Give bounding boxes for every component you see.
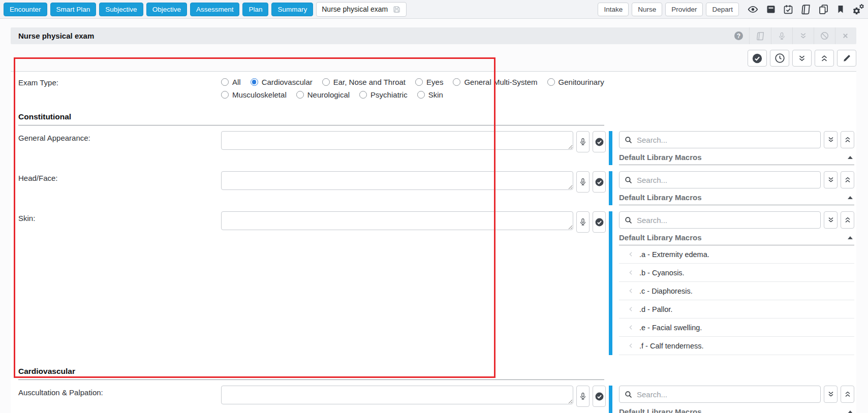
ban-icon[interactable]	[814, 27, 835, 44]
expand-macros-button[interactable]	[824, 171, 838, 188]
confirm-button[interactable]	[593, 211, 606, 233]
nav-button-plan[interactable]: Plan	[242, 3, 268, 16]
calendar-check-icon[interactable]	[783, 4, 793, 15]
panel-actions	[11, 44, 856, 71]
radio-circle[interactable]	[322, 78, 330, 86]
dictate-button[interactable]	[576, 211, 590, 233]
collapse-macros-button[interactable]	[841, 211, 854, 229]
macro-item[interactable]: .e - Facial swelling.	[619, 319, 854, 337]
radio-circle[interactable]	[221, 91, 229, 99]
note-textarea[interactable]	[221, 386, 573, 404]
close-icon[interactable]	[835, 27, 855, 44]
history-button[interactable]	[770, 50, 789, 67]
radio-circle[interactable]	[251, 78, 258, 86]
macros-group-header[interactable]: Default Library Macros	[619, 233, 854, 245]
nav-button-subjective[interactable]: Subjective	[99, 3, 143, 16]
note-textarea[interactable]	[221, 171, 573, 190]
macros-panel: Default Library Macros	[609, 131, 854, 165]
book-icon[interactable]	[800, 4, 811, 15]
confirm-button[interactable]	[593, 171, 606, 193]
exam-type-radio-eyes[interactable]: Eyes	[415, 78, 443, 86]
expand-all-sections-button[interactable]	[792, 50, 812, 67]
macro-item[interactable]: .f - Calf tenderness.	[619, 337, 854, 355]
book-icon[interactable]	[749, 27, 771, 44]
confirm-button[interactable]	[593, 131, 606, 152]
edit-button[interactable]	[837, 50, 856, 67]
bookmark-icon[interactable]	[836, 4, 845, 14]
tab-nurse-physical-exam[interactable]: Nurse physical exam	[316, 2, 407, 17]
section-header-constitutional: Constitutional	[18, 112, 604, 125]
exam-type-radio-genitourinary[interactable]: Genitourinary	[547, 78, 604, 86]
nav-button-summary[interactable]: Summary	[271, 3, 313, 16]
dictate-button[interactable]	[576, 171, 590, 193]
double-chevron-down-icon	[827, 390, 835, 398]
radio-circle[interactable]	[415, 78, 423, 86]
radio-circle[interactable]	[221, 78, 229, 86]
stage-button-intake[interactable]: Intake	[598, 3, 629, 16]
stage-button-provider[interactable]: Provider	[665, 3, 703, 16]
chevron-left-icon	[628, 324, 634, 331]
dictate-button[interactable]	[576, 131, 590, 152]
note-textarea[interactable]	[221, 131, 573, 150]
eye-icon[interactable]	[747, 4, 759, 15]
radio-circle[interactable]	[417, 91, 425, 99]
stage-button-depart[interactable]: Depart	[706, 3, 739, 16]
macro-search-input[interactable]	[637, 136, 816, 144]
confirm-button[interactable]	[593, 386, 606, 407]
radio-circle[interactable]	[547, 78, 555, 86]
radio-circle[interactable]	[359, 91, 367, 99]
dictate-button[interactable]	[576, 386, 590, 407]
complete-button[interactable]	[748, 50, 767, 67]
stage-button-nurse[interactable]: Nurse	[632, 3, 662, 16]
check-circle-icon	[752, 53, 763, 64]
nav-button-assessment[interactable]: Assessment	[190, 3, 240, 16]
collapse-all-sections-button[interactable]	[815, 50, 834, 67]
top-toolbar: Encounter Smart Plan Subjective Objectiv…	[0, 0, 868, 19]
collapse-macros-button[interactable]	[841, 131, 854, 148]
expand-macros-button[interactable]	[824, 386, 838, 403]
macros-group-header[interactable]: Default Library Macros	[619, 153, 854, 165]
macro-item[interactable]: .d - Pallor.	[619, 300, 854, 319]
nav-button-encounter[interactable]: Encounter	[4, 3, 47, 16]
nav-button-smart-plan[interactable]: Smart Plan	[50, 3, 97, 16]
expand-macros-button[interactable]	[824, 131, 838, 148]
macros-group-header[interactable]: Default Library Macros	[619, 193, 854, 205]
macro-search-input[interactable]	[637, 216, 816, 225]
search-icon	[624, 390, 633, 399]
exam-type-radio-neurological[interactable]: Neurological	[296, 90, 350, 99]
double-chevron-down-icon[interactable]	[792, 27, 814, 44]
macro-search-input[interactable]	[637, 176, 816, 184]
check-circle-icon	[595, 392, 604, 401]
radio-circle[interactable]	[453, 78, 460, 86]
collapse-macros-button[interactable]	[841, 386, 854, 403]
exam-type-radio-general-multi-system[interactable]: General Multi-System	[453, 78, 537, 86]
exam-type-radio-ear-nose-throat[interactable]: Ear, Nose and Throat	[322, 78, 406, 86]
note-textarea[interactable]	[221, 211, 573, 230]
field-label: Head/Face:	[18, 171, 221, 205]
check-circle-icon	[595, 217, 604, 227]
double-chevron-up-icon	[844, 136, 852, 144]
archive-icon[interactable]	[766, 4, 776, 14]
collapse-macros-button[interactable]	[841, 171, 854, 188]
nav-button-objective[interactable]: Objective	[146, 3, 187, 16]
expand-macros-button[interactable]	[824, 211, 838, 229]
radio-circle[interactable]	[296, 91, 304, 99]
gears-icon[interactable]	[852, 4, 864, 15]
search-icon	[624, 216, 633, 225]
macro-item[interactable]: .b - Cyanosis.	[619, 264, 854, 282]
copy-icon[interactable]	[818, 4, 829, 15]
macro-item[interactable]: .c - Diaphoresis.	[619, 282, 854, 300]
macros-group-header[interactable]: Default Library Macros	[619, 407, 854, 413]
help-icon[interactable]: ?	[728, 27, 749, 44]
mic-icon[interactable]	[771, 27, 792, 44]
macro-item[interactable]: .a - Extremity edema.	[619, 245, 854, 264]
exam-type-radio-skin[interactable]: Skin	[417, 90, 443, 99]
exam-type-radio-all[interactable]: All	[221, 78, 241, 86]
exam-type-radio-psychiatric[interactable]: Psychiatric	[359, 90, 408, 99]
section-header-cardiovascular: Cardiovascular	[18, 367, 604, 380]
exam-type-radio-cardiovascular[interactable]: Cardiovascular	[251, 78, 313, 86]
exam-type-radio-musculoskeletal[interactable]: Musculoskeletal	[221, 90, 287, 99]
macro-search-input[interactable]	[637, 390, 816, 399]
double-chevron-down-icon	[827, 176, 835, 184]
chevron-left-icon	[628, 288, 634, 294]
